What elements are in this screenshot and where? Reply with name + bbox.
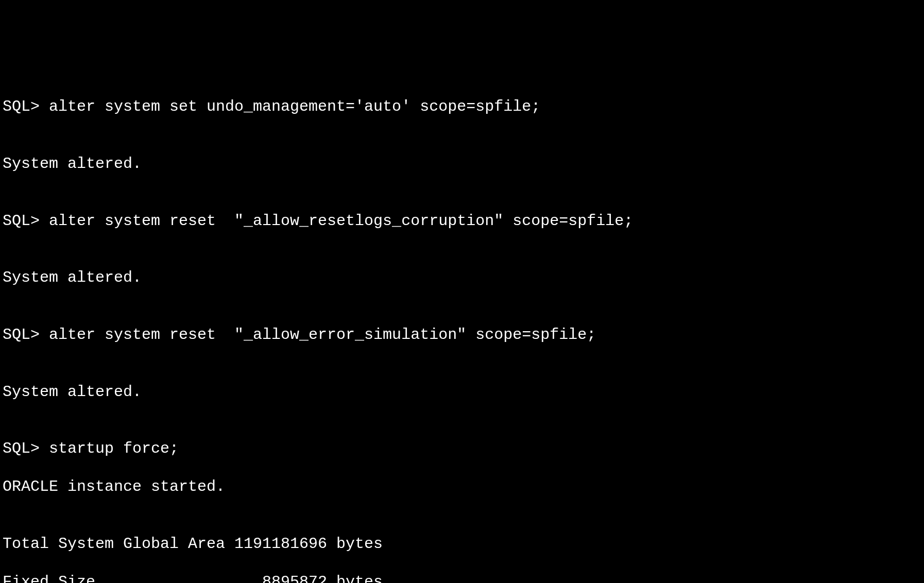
terminal-line: SQL> startup force;: [3, 439, 921, 458]
terminal-line: System altered.: [3, 268, 921, 287]
terminal-line: System altered.: [3, 155, 921, 174]
terminal-line: Fixed Size 8895872 bytes: [3, 573, 921, 583]
terminal-line: Total System Global Area 1191181696 byte…: [3, 535, 921, 554]
terminal-line: SQL> alter system set undo_management='a…: [3, 97, 921, 116]
terminal-line: SQL> alter system reset "_allow_error_si…: [3, 325, 921, 345]
terminal-line: System altered.: [3, 383, 921, 402]
terminal-line: SQL> alter system reset "_allow_resetlog…: [3, 212, 921, 231]
terminal-line: ORACLE instance started.: [3, 477, 921, 496]
terminal-output[interactable]: SQL> alter system set undo_management='a…: [3, 79, 921, 583]
